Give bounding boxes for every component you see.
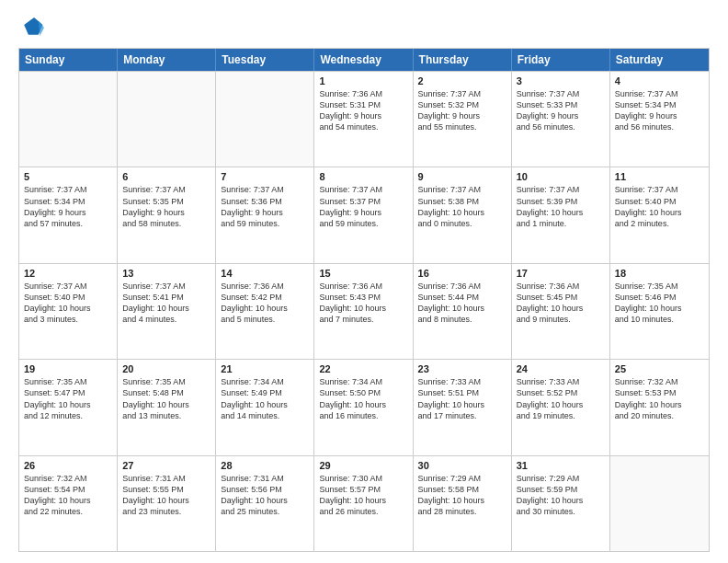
cell-info-line: Sunset: 5:45 PM — [517, 292, 605, 303]
cell-info-line: and 56 minutes. — [517, 121, 605, 132]
day-cell-21: 21Sunrise: 7:34 AMSunset: 5:49 PMDayligh… — [216, 360, 314, 454]
cell-info-line: Sunset: 5:34 PM — [615, 99, 704, 110]
header-cell-monday: Monday — [118, 49, 216, 71]
cell-info-line: and 56 minutes. — [615, 121, 704, 132]
cell-info-line: Sunrise: 7:37 AM — [517, 88, 605, 99]
cell-info-line: and 12 minutes. — [24, 410, 112, 421]
cell-info-line: and 59 minutes. — [319, 218, 407, 229]
cell-info-line: Sunrise: 7:37 AM — [615, 184, 704, 195]
day-number: 10 — [517, 171, 605, 182]
day-number: 22 — [319, 363, 407, 374]
cell-info-line: Daylight: 9 hours — [517, 110, 605, 121]
page: SundayMondayTuesdayWednesdayThursdayFrid… — [0, 0, 728, 563]
calendar-week-2: 12Sunrise: 7:37 AMSunset: 5:40 PMDayligh… — [19, 263, 709, 359]
cell-info-line: Sunset: 5:38 PM — [418, 196, 506, 207]
day-number: 7 — [221, 171, 309, 182]
calendar-header-row: SundayMondayTuesdayWednesdayThursdayFrid… — [19, 49, 709, 71]
day-cell-10: 10Sunrise: 7:37 AMSunset: 5:39 PMDayligh… — [512, 167, 610, 262]
cell-info-line: and 10 minutes. — [615, 314, 704, 325]
cell-info-line: Sunrise: 7:35 AM — [122, 376, 210, 387]
cell-info-line: and 55 minutes. — [418, 121, 506, 132]
logo-icon — [18, 15, 44, 40]
header-cell-friday: Friday — [512, 49, 610, 71]
cell-info-line: Sunrise: 7:31 AM — [122, 473, 210, 484]
cell-info-line: Sunrise: 7:34 AM — [221, 376, 309, 387]
day-number: 3 — [517, 75, 605, 86]
cell-info-line: Daylight: 10 hours — [517, 495, 605, 506]
cell-info-line: Sunset: 5:47 PM — [24, 387, 112, 398]
cell-info-line: and 1 minute. — [517, 218, 605, 229]
cell-info-line: and 13 minutes. — [122, 410, 210, 421]
day-number: 1 — [319, 75, 407, 86]
empty-cell — [216, 72, 314, 167]
cell-info-line: Daylight: 10 hours — [418, 303, 506, 314]
cell-info-line: Sunset: 5:40 PM — [615, 196, 704, 207]
cell-info-line: Sunrise: 7:37 AM — [24, 281, 112, 292]
cell-info-line: Daylight: 10 hours — [418, 207, 506, 218]
day-cell-6: 6Sunrise: 7:37 AMSunset: 5:35 PMDaylight… — [118, 167, 216, 262]
day-number: 9 — [418, 171, 506, 182]
cell-info-line: Sunrise: 7:37 AM — [122, 281, 210, 292]
cell-info-line: Sunrise: 7:36 AM — [319, 88, 407, 99]
cell-info-line: Sunrise: 7:37 AM — [615, 88, 704, 99]
cell-info-line: Daylight: 10 hours — [122, 495, 210, 506]
cell-info-line: and 14 minutes. — [221, 410, 309, 421]
day-cell-26: 26Sunrise: 7:32 AMSunset: 5:54 PMDayligh… — [19, 456, 118, 551]
logo — [18, 15, 48, 40]
cell-info-line: Sunrise: 7:37 AM — [418, 184, 506, 195]
day-number: 26 — [24, 460, 112, 471]
day-cell-2: 2Sunrise: 7:37 AMSunset: 5:32 PMDaylight… — [414, 72, 512, 167]
cell-info-line: Daylight: 10 hours — [319, 399, 407, 410]
cell-info-line: Daylight: 9 hours — [221, 207, 309, 218]
cell-info-line: Sunset: 5:57 PM — [319, 484, 407, 495]
cell-info-line: Sunrise: 7:30 AM — [319, 473, 407, 484]
day-number: 29 — [319, 460, 407, 471]
header-cell-saturday: Saturday — [610, 49, 709, 71]
day-number: 4 — [615, 75, 704, 86]
day-number: 25 — [615, 363, 704, 374]
cell-info-line: Sunset: 5:59 PM — [517, 484, 605, 495]
cell-info-line: Daylight: 10 hours — [24, 303, 112, 314]
day-cell-1: 1Sunrise: 7:36 AMSunset: 5:31 PMDaylight… — [314, 72, 413, 167]
cell-info-line: and 3 minutes. — [24, 314, 112, 325]
day-cell-18: 18Sunrise: 7:35 AMSunset: 5:46 PMDayligh… — [610, 264, 709, 359]
cell-info-line: Sunrise: 7:37 AM — [517, 184, 605, 195]
cell-info-line: Daylight: 10 hours — [615, 207, 704, 218]
cell-info-line: Sunrise: 7:37 AM — [24, 184, 112, 195]
day-cell-31: 31Sunrise: 7:29 AMSunset: 5:59 PMDayligh… — [512, 456, 610, 551]
day-number: 15 — [319, 268, 407, 279]
cell-info-line: Sunset: 5:56 PM — [221, 484, 309, 495]
day-number: 31 — [517, 460, 605, 471]
cell-info-line: Sunset: 5:43 PM — [319, 292, 407, 303]
cell-info-line: Sunrise: 7:33 AM — [517, 376, 605, 387]
day-cell-29: 29Sunrise: 7:30 AMSunset: 5:57 PMDayligh… — [314, 456, 413, 551]
cell-info-line: and 9 minutes. — [517, 314, 605, 325]
cell-info-line: Daylight: 10 hours — [517, 303, 605, 314]
cell-info-line: and 58 minutes. — [122, 218, 210, 229]
day-cell-9: 9Sunrise: 7:37 AMSunset: 5:38 PMDaylight… — [414, 167, 512, 262]
day-number: 17 — [517, 268, 605, 279]
day-number: 18 — [615, 268, 704, 279]
day-number: 6 — [122, 171, 210, 182]
cell-info-line: Daylight: 10 hours — [615, 399, 704, 410]
cell-info-line: and 4 minutes. — [122, 314, 210, 325]
day-cell-28: 28Sunrise: 7:31 AMSunset: 5:56 PMDayligh… — [216, 456, 314, 551]
day-cell-14: 14Sunrise: 7:36 AMSunset: 5:42 PMDayligh… — [216, 264, 314, 359]
calendar-week-4: 26Sunrise: 7:32 AMSunset: 5:54 PMDayligh… — [19, 455, 709, 551]
day-cell-19: 19Sunrise: 7:35 AMSunset: 5:47 PMDayligh… — [19, 360, 118, 454]
cell-info-line: and 8 minutes. — [418, 314, 506, 325]
day-cell-20: 20Sunrise: 7:35 AMSunset: 5:48 PMDayligh… — [118, 360, 216, 454]
day-cell-17: 17Sunrise: 7:36 AMSunset: 5:45 PMDayligh… — [512, 264, 610, 359]
day-cell-3: 3Sunrise: 7:37 AMSunset: 5:33 PMDaylight… — [512, 72, 610, 167]
cell-info-line: and 54 minutes. — [319, 121, 407, 132]
day-number: 2 — [418, 75, 506, 86]
cell-info-line: Daylight: 10 hours — [221, 303, 309, 314]
cell-info-line: Sunset: 5:51 PM — [418, 387, 506, 398]
cell-info-line: and 16 minutes. — [319, 410, 407, 421]
cell-info-line: Daylight: 10 hours — [517, 207, 605, 218]
cell-info-line: and 28 minutes. — [418, 506, 506, 517]
calendar-week-1: 5Sunrise: 7:37 AMSunset: 5:34 PMDaylight… — [19, 167, 709, 262]
cell-info-line: Sunrise: 7:37 AM — [122, 184, 210, 195]
calendar-body: 1Sunrise: 7:36 AMSunset: 5:31 PMDaylight… — [19, 71, 709, 551]
day-cell-11: 11Sunrise: 7:37 AMSunset: 5:40 PMDayligh… — [610, 167, 709, 262]
